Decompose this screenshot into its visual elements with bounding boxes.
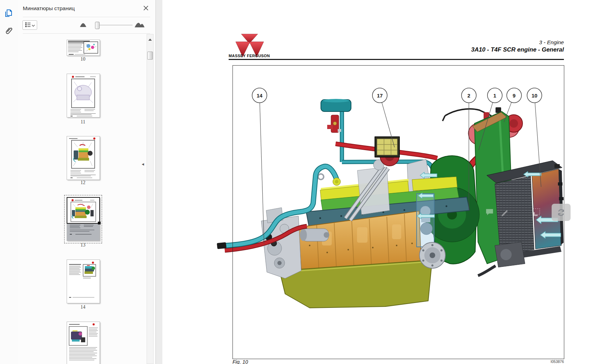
slider-thumb[interactable]: [95, 22, 100, 29]
document-area: 141721910 MASSEY FERGUSON 3 - Engine 3A1…: [162, 0, 613, 364]
page-view-rectangle[interactable]: [67, 197, 100, 224]
thumbnails-panel: Миниатюры страниц: [18, 0, 156, 364]
thumbnail-page-11[interactable]: [67, 74, 100, 117]
thumbnails-toolbar: [18, 17, 155, 33]
slider-track: [99, 25, 133, 25]
thumbnail-preview: [67, 74, 100, 117]
figure-caption: Fig. 10: [233, 359, 248, 364]
callout-number-1: 1: [493, 93, 496, 99]
out-of-view-shade: [67, 223, 100, 241]
refresh-tool-chip[interactable]: [552, 204, 571, 221]
zoom-in-thumbnails-icon[interactable]: [134, 21, 145, 30]
page-thumbnails-icon: [4, 13, 14, 19]
chapter-title: 3 - Engine: [408, 39, 564, 46]
thumbnail-size-slider[interactable]: [94, 20, 133, 30]
thumbnail-preview: [67, 40, 100, 55]
thumbnail-page-10[interactable]: [67, 40, 100, 56]
floating-toolbar: [482, 204, 572, 221]
paperclip-icon: [4, 31, 14, 37]
page-thumbnails-tool[interactable]: [4, 8, 14, 18]
page-number-label: 12: [67, 180, 99, 186]
callout-number-9: 9: [513, 93, 516, 99]
thumbnail-page-15[interactable]: [67, 322, 100, 364]
thumbnail-page-14[interactable]: [67, 259, 100, 303]
add-comment-icon[interactable]: [485, 208, 494, 218]
page-number-label: 10: [67, 56, 99, 62]
draw-pen-icon[interactable]: [500, 208, 510, 218]
panel-title: Миниатюры страниц: [23, 5, 75, 12]
select-area-icon[interactable]: [532, 208, 542, 218]
thumbnail-preview: [67, 260, 100, 303]
figure-reference: I053876: [543, 359, 564, 364]
zoom-out-thumbnails-icon[interactable]: [79, 22, 87, 29]
thumbnail-zoom-controls: [18, 20, 155, 30]
page-number-label: 11: [67, 119, 99, 125]
acrobat-window: Миниатюры страниц: [0, 0, 613, 364]
scroll-up-button[interactable]: [147, 34, 153, 43]
brand-name: MASSEY FERGUSON: [229, 54, 270, 58]
view-rectangle-resize-handle[interactable]: [98, 222, 101, 224]
thumbnail-preview: [67, 322, 100, 364]
section-title: 3A10 - T4F SCR engine - General: [387, 46, 564, 53]
callout-number-14: 14: [257, 93, 263, 99]
thumbnail-page-13-selected[interactable]: [67, 197, 100, 241]
page-number-label: 13: [67, 242, 99, 248]
collapse-panel-arrow[interactable]: ◄: [141, 162, 145, 166]
callout-number-2: 2: [467, 93, 470, 99]
left-toolbar: [0, 0, 18, 364]
triangle-up-icon: [148, 36, 152, 42]
panel-splitter[interactable]: [156, 0, 163, 364]
thumbnail-page-12[interactable]: [67, 136, 100, 180]
page-number-label: 14: [67, 304, 99, 310]
thumbnail-list: 10 11: [18, 34, 147, 364]
attachments-tool[interactable]: [4, 26, 14, 36]
close-panel-button[interactable]: [143, 5, 149, 12]
close-icon: [143, 7, 149, 12]
panel-scrollbar[interactable]: [147, 34, 154, 364]
callout-number-17: 17: [377, 93, 383, 99]
callout-number-10: 10: [532, 93, 538, 99]
header-rule: [229, 59, 564, 60]
scrollbar-thumb[interactable]: [147, 52, 153, 60]
thumbnail-preview: [67, 136, 100, 180]
thumbnails-panel-header: Миниатюры страниц: [18, 0, 155, 17]
